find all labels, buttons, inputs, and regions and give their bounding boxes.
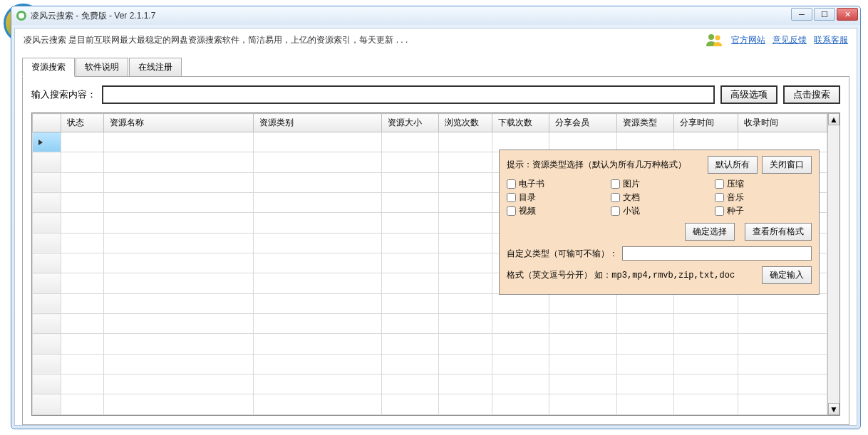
header-bar: 凌风云搜索 是目前互联网最大最稳定的网盘资源搜索软件，简洁易用，上亿的资源索引，…	[15, 28, 857, 51]
row-indicator-cell[interactable]	[33, 132, 61, 152]
table-row[interactable]	[33, 293, 827, 313]
col-downloads[interactable]: 下载次数	[492, 114, 549, 132]
confirm-select-button[interactable]: 确定选择	[685, 223, 735, 241]
check-music[interactable]: 音乐	[715, 192, 812, 204]
titlebar[interactable]: 凌风云搜索 - 免费版 - Ver 2.1.1.7 ─ ☐ ✕	[11, 6, 860, 25]
official-site-link[interactable]: 官方网站	[731, 34, 765, 46]
table-row[interactable]	[33, 354, 827, 374]
col-category[interactable]: 资源类别	[254, 114, 382, 132]
popup-hint: 提示：资源类型选择（默认为所有几万种格式）	[507, 159, 703, 171]
search-label: 输入搜索内容：	[31, 88, 96, 101]
svg-point-3	[715, 36, 720, 41]
check-compress[interactable]: 压缩	[715, 178, 812, 190]
custom-type-input[interactable]	[622, 246, 812, 261]
tabs: 资源搜索 软件说明 在线注册	[22, 57, 849, 76]
col-sharer[interactable]: 分享会员	[549, 114, 617, 132]
tab-info[interactable]: 软件说明	[76, 58, 128, 77]
checkbox-novel[interactable]	[611, 206, 620, 216]
contact-link[interactable]: 联系客服	[814, 34, 848, 46]
format-label: 格式（英文逗号分开） 如：mp3,mp4,rmvb,zip,txt,doc	[507, 269, 735, 281]
checkbox-seed[interactable]	[715, 206, 724, 216]
row-indicator-icon	[38, 140, 43, 145]
check-video[interactable]: 视频	[507, 205, 604, 217]
scroll-up-icon[interactable]: ▲	[828, 113, 839, 125]
checkbox-compress[interactable]	[715, 179, 724, 189]
app-description: 凌风云搜索 是目前互联网最大最稳定的网盘资源搜索软件，简洁易用，上亿的资源索引，…	[24, 34, 408, 46]
tab-search[interactable]: 资源搜索	[22, 58, 75, 77]
col-name[interactable]: 资源名称	[104, 114, 254, 132]
table-row[interactable]	[33, 334, 827, 354]
maximize-button[interactable]: ☐	[814, 8, 835, 21]
close-popup-button[interactable]: 关闭窗口	[762, 156, 812, 174]
col-type[interactable]: 资源类型	[617, 114, 674, 132]
type-checkbox-grid: 电子书 图片 压缩 目录 文档 音乐 视频 小说 种子	[507, 178, 812, 217]
type-filter-popup: 提示：资源类型选择（默认为所有几万种格式） 默认所有 关闭窗口 电子书 图片 压…	[499, 150, 820, 295]
col-size[interactable]: 资源大小	[382, 114, 439, 132]
scroll-down-icon[interactable]: ▼	[828, 403, 839, 415]
view-all-formats-button[interactable]: 查看所有格式	[745, 223, 812, 241]
check-folder[interactable]: 目录	[507, 192, 604, 204]
confirm-input-button[interactable]: 确定输入	[762, 266, 812, 284]
col-views[interactable]: 浏览次数	[439, 114, 492, 132]
table-row[interactable]	[33, 394, 827, 415]
scroll-track[interactable]	[828, 125, 839, 403]
feedback-link[interactable]: 意见反馈	[773, 34, 807, 46]
checkbox-doc[interactable]	[611, 193, 620, 202]
app-icon	[16, 10, 27, 21]
table-row[interactable]	[33, 314, 827, 334]
custom-type-label: 自定义类型（可输可不输）：	[507, 248, 618, 260]
svg-point-1	[19, 13, 24, 19]
col-status[interactable]: 状态	[61, 114, 104, 132]
close-button[interactable]: ✕	[837, 8, 858, 21]
check-novel[interactable]: 小说	[611, 205, 708, 217]
checkbox-folder[interactable]	[507, 193, 516, 202]
people-icon	[704, 33, 724, 47]
checkbox-music[interactable]	[715, 193, 724, 202]
search-button[interactable]: 点击搜索	[783, 85, 840, 104]
vertical-scrollbar[interactable]: ▲ ▼	[827, 113, 839, 415]
checkbox-ebook[interactable]	[507, 179, 516, 189]
check-doc[interactable]: 文档	[611, 192, 708, 204]
check-ebook[interactable]: 电子书	[507, 178, 604, 190]
minimize-button[interactable]: ─	[791, 8, 812, 21]
check-image[interactable]: 图片	[611, 178, 708, 190]
col-rowheader[interactable]	[33, 114, 61, 132]
search-row: 输入搜索内容： 高级选项 点击搜索	[31, 85, 840, 104]
window-title: 凌风云搜索 - 免费版 - Ver 2.1.1.7	[31, 10, 155, 22]
table-row[interactable]	[33, 374, 827, 394]
tab-register[interactable]: 在线注册	[129, 58, 182, 77]
checkbox-video[interactable]	[507, 206, 516, 216]
default-all-button[interactable]: 默认所有	[708, 156, 758, 174]
search-input[interactable]	[102, 85, 715, 104]
header-links: 官方网站 意见反馈 联系客服	[704, 33, 848, 47]
advanced-options-button[interactable]: 高级选项	[720, 85, 777, 104]
svg-point-2	[708, 34, 714, 40]
checkbox-image[interactable]	[611, 179, 620, 189]
col-sharetime[interactable]: 分享时间	[674, 114, 738, 132]
check-seed[interactable]: 种子	[715, 205, 812, 217]
col-indextime[interactable]: 收录时间	[738, 114, 827, 132]
